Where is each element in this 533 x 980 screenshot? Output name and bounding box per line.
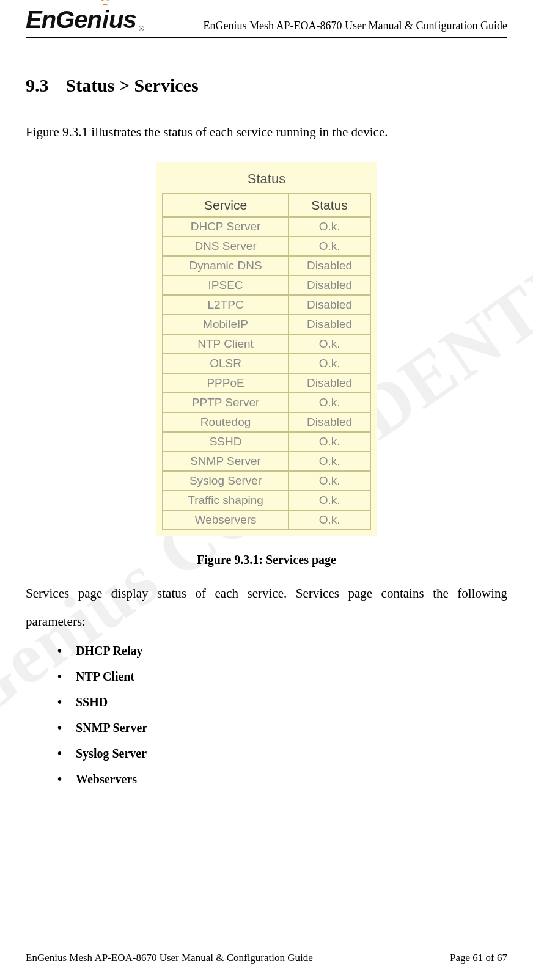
cell-service: Webservers <box>163 510 289 530</box>
table-row: L2TPCDisabled <box>163 295 370 315</box>
brand-logo: EnGeni us ® <box>26 6 144 34</box>
cell-service: Syslog Server <box>163 471 289 491</box>
parameters-list: DHCP Relay NTP Client SSHD SNMP Server S… <box>26 638 507 792</box>
table-row: PPPoEDisabled <box>163 373 370 393</box>
cell-status: O.k. <box>289 510 370 530</box>
cell-status: Disabled <box>289 315 370 334</box>
table-row: Dynamic DNSDisabled <box>163 256 370 276</box>
table-row: RoutedogDisabled <box>163 412 370 432</box>
cell-service: SSHD <box>163 432 289 452</box>
cell-status: O.k. <box>289 393 370 412</box>
cell-status: O.k. <box>289 217 370 236</box>
cell-status: O.k. <box>289 432 370 452</box>
figure-container: Status Service Status DHCP ServerO.k. DN… <box>26 162 507 567</box>
cell-status: O.k. <box>289 452 370 471</box>
status-panel-title: Status <box>162 167 371 193</box>
cell-service: PPPoE <box>163 373 289 393</box>
cell-status: O.k. <box>289 471 370 491</box>
page-content: 9.3Status > Services Figure 9.3.1 illust… <box>26 38 507 792</box>
table-row: Syslog ServerO.k. <box>163 471 370 491</box>
table-row: SSHDO.k. <box>163 432 370 452</box>
cell-status: Disabled <box>289 295 370 315</box>
table-row: DNS ServerO.k. <box>163 236 370 256</box>
cell-status: O.k. <box>289 354 370 373</box>
list-item: NTP Client <box>57 664 507 689</box>
list-item: DHCP Relay <box>57 638 507 664</box>
section-number: 9.3 <box>26 75 49 96</box>
table-row: PPTP ServerO.k. <box>163 393 370 412</box>
footer-right: Page 61 of 67 <box>450 952 507 964</box>
table-row: MobileIPDisabled <box>163 315 370 334</box>
table-row: OLSRO.k. <box>163 354 370 373</box>
cell-service: L2TPC <box>163 295 289 315</box>
section-heading: 9.3Status > Services <box>26 75 507 96</box>
logo-text: EnGeni us <box>26 6 136 34</box>
cell-status: Disabled <box>289 276 370 295</box>
cell-status: Disabled <box>289 412 370 432</box>
cell-service: Dynamic DNS <box>163 256 289 276</box>
table-header-row: Service Status <box>163 194 370 217</box>
section-title: Status > Services <box>66 75 199 95</box>
cell-service: NTP Client <box>163 334 289 354</box>
table-row: DHCP ServerO.k. <box>163 217 370 236</box>
cell-status: Disabled <box>289 373 370 393</box>
page-footer: EnGenius Mesh AP-EOA-8670 User Manual & … <box>26 952 507 964</box>
cell-service: DNS Server <box>163 236 289 256</box>
table-row: Traffic shapingO.k. <box>163 491 370 510</box>
table-row: NTP ClientO.k. <box>163 334 370 354</box>
wifi-arcs-icon <box>101 0 109 6</box>
cell-status: Disabled <box>289 256 370 276</box>
registered-mark-icon: ® <box>139 24 144 34</box>
table-row: IPSECDisabled <box>163 276 370 295</box>
list-item: Webservers <box>57 766 507 792</box>
cell-service: SNMP Server <box>163 452 289 471</box>
cell-service: IPSEC <box>163 276 289 295</box>
header-doc-title: EnGenius Mesh AP-EOA-8670 User Manual & … <box>204 20 507 34</box>
col-service: Service <box>163 194 289 217</box>
cell-service: Routedog <box>163 412 289 432</box>
cell-service: PPTP Server <box>163 393 289 412</box>
status-panel: Status Service Status DHCP ServerO.k. DN… <box>156 162 377 536</box>
logo-i-icon: i <box>101 6 109 34</box>
col-status: Status <box>289 194 370 217</box>
description-paragraph: Services page display status of each ser… <box>26 579 507 635</box>
status-table: Service Status DHCP ServerO.k. DNS Serve… <box>162 193 371 530</box>
cell-service: DHCP Server <box>163 217 289 236</box>
intro-paragraph: Figure 9.3.1 illustrates the status of e… <box>26 119 507 145</box>
cell-service: Traffic shaping <box>163 491 289 510</box>
cell-status: O.k. <box>289 334 370 354</box>
page-header: EnGeni us ® EnGenius Mesh AP-EOA-8670 Us… <box>26 0 507 38</box>
list-item: SSHD <box>57 689 507 715</box>
list-item: Syslog Server <box>57 740 507 766</box>
figure-caption: Figure 9.3.1: Services page <box>26 553 507 567</box>
table-row: SNMP ServerO.k. <box>163 452 370 471</box>
cell-status: O.k. <box>289 491 370 510</box>
page-container: EnGeni us ® EnGenius Mesh AP-EOA-8670 Us… <box>0 0 533 980</box>
table-row: WebserversO.k. <box>163 510 370 530</box>
cell-status: O.k. <box>289 236 370 256</box>
footer-left: EnGenius Mesh AP-EOA-8670 User Manual & … <box>26 952 313 964</box>
cell-service: MobileIP <box>163 315 289 334</box>
cell-service: OLSR <box>163 354 289 373</box>
list-item: SNMP Server <box>57 715 507 740</box>
